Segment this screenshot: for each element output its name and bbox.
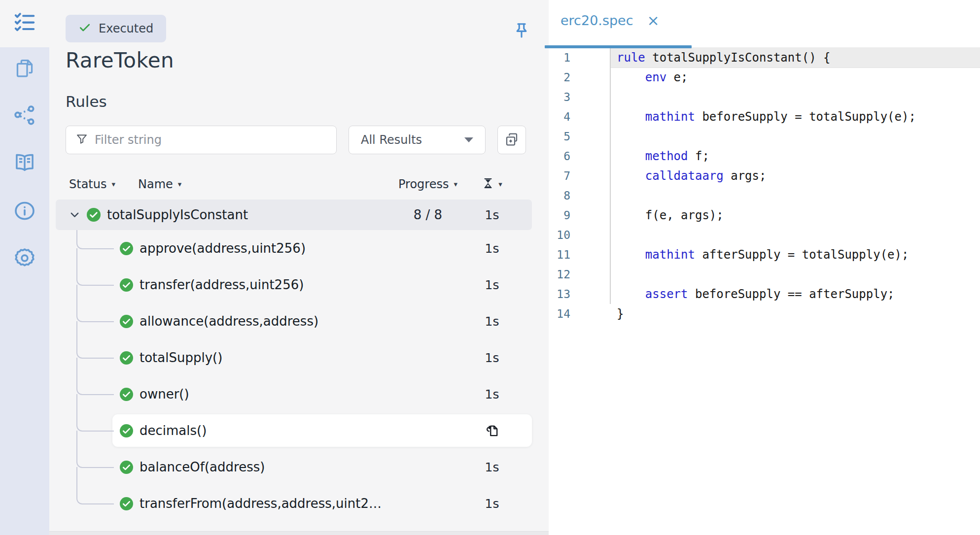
code-line: 6 method f; (549, 146, 980, 166)
line-number: 11 (549, 245, 610, 265)
line-number: 1 (549, 48, 610, 67)
sort-caret-icon: ▾ (111, 180, 115, 189)
rule-name: balanceOf(address) (140, 460, 265, 474)
results-filter-select[interactable]: All Results (349, 126, 486, 154)
code-line-text: f(e, args); (610, 205, 980, 225)
status-verified-icon (120, 388, 133, 401)
controls-row: All Results (66, 126, 526, 154)
rule-name: totalSupply() (140, 350, 222, 365)
sidebar-item-info[interactable] (0, 188, 49, 235)
editor-tabbar: erc20.spec × (549, 0, 980, 48)
code-line-text: rule totalSupplyIsConstant() { (610, 48, 980, 67)
rule-name: approve(address,uint256) (140, 241, 306, 256)
code-line-text (610, 225, 980, 245)
code-line-text (610, 127, 980, 146)
page-title: RareToken (66, 48, 174, 72)
sidebar-item-rules[interactable] (0, 0, 49, 47)
rule-row[interactable]: transferFrom(address,address,uint2… 1s (56, 485, 532, 522)
code-line: 12 (549, 265, 980, 284)
column-header-progress[interactable]: Progress ▾ (398, 177, 457, 191)
rule-row[interactable]: balanceOf(address) 1s (56, 449, 532, 485)
code-line: 5 (549, 127, 980, 146)
chevron-down-icon[interactable] (70, 212, 79, 218)
duplicate-view-button[interactable] (497, 126, 526, 154)
rule-children: approve(address,uint256) 1s transfer(add… (56, 230, 532, 522)
status-verified-icon (120, 351, 133, 365)
status-verified-icon (87, 208, 101, 222)
sidebar-item-documentation[interactable] (0, 140, 49, 188)
code-line-text: calldataarg args; (610, 166, 980, 186)
files-icon (13, 57, 36, 82)
funnel-icon (76, 133, 88, 147)
sort-caret-icon: ▾ (178, 180, 182, 189)
rule-row[interactable]: totalSupply() 1s (56, 339, 532, 376)
code-line: 7 calldataarg args; (549, 166, 980, 186)
rule-duration: 1s (485, 314, 499, 329)
status-verified-icon (120, 242, 133, 255)
filter-box (66, 126, 337, 154)
info-icon (13, 200, 36, 224)
code-line: 8 (549, 186, 980, 205)
results-panel: Executed RareToken Rules All Results (49, 0, 549, 535)
code-line: 4 mathint beforeSupply = totalSupply(e); (549, 107, 980, 127)
rule-row[interactable]: allowance(address,address) 1s (56, 303, 532, 339)
rule-row[interactable]: decimals() (112, 414, 532, 447)
section-divider (49, 531, 549, 535)
code-line-text: } (610, 304, 980, 324)
status-badge-label: Executed (99, 22, 153, 35)
active-tab-underline (545, 45, 692, 48)
rule-name: allowance(address,address) (140, 314, 318, 329)
rule-name: transferFrom(address,address,uint2… (140, 496, 382, 511)
sort-caret-icon: ▾ (498, 180, 502, 189)
rule-duration: 1s (485, 497, 499, 511)
line-number: 8 (549, 186, 610, 205)
column-header-name[interactable]: Name ▾ (138, 177, 181, 191)
open-report-icon[interactable] (485, 423, 500, 438)
check-icon (78, 21, 91, 36)
column-header-status[interactable]: Status ▾ (69, 177, 115, 191)
sidebar-item-contracts[interactable] (0, 46, 49, 93)
rule-row-parent[interactable]: totalSupplyIsConstant 8 / 8 1s (56, 200, 532, 230)
status-verified-icon (120, 315, 133, 328)
pin-button[interactable] (511, 21, 532, 42)
code-line: 2 env e; (549, 67, 980, 87)
spec-editor-panel: erc20.spec × 1rule totalSupplyIsConstant… (549, 0, 980, 535)
rule-duration: 1s (485, 351, 499, 365)
code-line-text: env e; (610, 67, 980, 87)
code-line: 10 (549, 225, 980, 245)
column-header-duration[interactable]: ▾ (460, 178, 525, 191)
filter-input[interactable] (95, 133, 326, 147)
chevron-down-icon (464, 137, 473, 142)
rule-row[interactable]: owner() 1s (56, 376, 532, 412)
sort-caret-icon: ▾ (454, 180, 457, 189)
rule-name: owner() (140, 387, 189, 401)
status-verified-icon (120, 424, 133, 437)
code-line: 14} (549, 304, 980, 324)
copy-plus-icon (504, 132, 520, 149)
rule-row[interactable]: transfer(address,uint256) 1s (56, 267, 532, 303)
code-area[interactable]: 1rule totalSupplyIsConstant() {2 env e;3… (549, 48, 980, 324)
sidebar-item-call-resolution[interactable] (0, 93, 49, 140)
code-line-text: assert beforeSupply == afterSupply; (610, 284, 980, 304)
code-line-text (610, 265, 980, 284)
pin-icon (512, 22, 531, 42)
sidebar-rail (0, 0, 49, 535)
line-number: 5 (549, 127, 610, 146)
hourglass-icon (483, 178, 493, 191)
code-line-text: method f; (610, 146, 980, 166)
checklist-icon (13, 11, 36, 36)
code-line: 3 (549, 87, 980, 107)
rule-name: decimals() (140, 423, 207, 438)
code-line-text (610, 186, 980, 205)
line-number: 6 (549, 146, 610, 166)
section-title: Rules (66, 93, 107, 110)
sidebar-item-settings[interactable] (0, 235, 49, 283)
code-line: 13 assert beforeSupply == afterSupply; (549, 284, 980, 304)
code-line: 9 f(e, args); (549, 205, 980, 225)
close-icon[interactable]: × (647, 13, 660, 28)
share-icon (13, 104, 36, 129)
rule-row[interactable]: approve(address,uint256) 1s (56, 230, 532, 267)
rule-progress: 8 / 8 (386, 207, 460, 222)
tab-erc20-spec[interactable]: erc20.spec × (560, 13, 660, 28)
table-header: Status ▾ Name ▾ Progress ▾ ▾ (66, 173, 532, 195)
